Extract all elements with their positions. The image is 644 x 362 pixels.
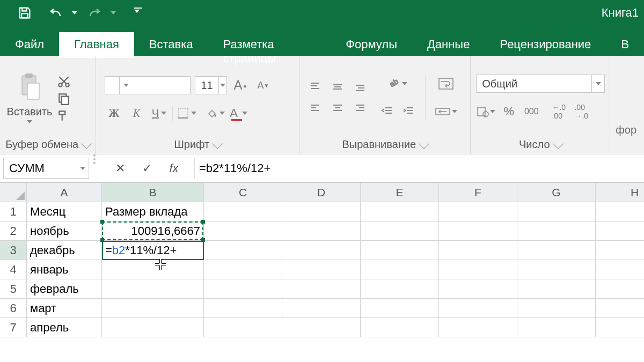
worksheet-grid[interactable]: A B C D E F G H 1 Месяц Размер вклада 2 … [0,182,644,337]
cell-H3[interactable] [596,241,644,260]
cell-A1[interactable]: Месяц [27,202,102,221]
row-header-4[interactable]: 4 [0,260,27,279]
cell-H6[interactable] [596,299,644,318]
cell-H4[interactable] [596,260,644,279]
cell-C4[interactable] [204,260,282,279]
format-painter-button[interactable] [57,109,71,123]
cell-C7[interactable] [204,318,282,337]
cell-B3[interactable]: =b2*11%/12+ [102,241,204,260]
cell-F1[interactable] [439,202,517,221]
align-bottom-button[interactable] [350,78,370,96]
cell-G6[interactable] [517,299,596,318]
save-button[interactable] [3,0,46,26]
undo-button[interactable] [46,6,85,19]
tab-file[interactable]: Файл [0,32,59,58]
orientation-button[interactable]: ab [378,75,418,93]
cell-G5[interactable] [517,279,596,299]
cell-D7[interactable] [282,318,361,337]
cell-B6[interactable] [102,299,204,318]
number-launcher-icon[interactable] [553,138,564,149]
col-header-B[interactable]: B [102,183,204,202]
cell-A6[interactable]: март [27,299,102,318]
cell-E5[interactable] [361,279,439,299]
cell-C5[interactable] [204,279,282,299]
accounting-format-button[interactable] [476,102,495,121]
cell-E3[interactable] [361,241,439,260]
row-header-1[interactable]: 1 [0,202,27,221]
cell-C1[interactable] [204,202,282,221]
cell-D5[interactable] [282,279,361,299]
font-size-combo[interactable]: 11 [195,76,227,94]
col-header-H[interactable]: H [596,183,644,202]
cell-G7[interactable] [517,318,596,337]
decrease-decimal-button[interactable]: .00→.0 [572,102,590,121]
cell-A3[interactable]: декабрь [27,241,102,260]
cell-H1[interactable] [596,202,644,221]
paste-button[interactable]: Вставить [5,72,54,123]
tab-formulas[interactable]: Формулы [331,32,412,58]
cut-button[interactable] [57,75,71,88]
formula-input[interactable]: =b2*11%/12+ [194,158,641,179]
cell-G2[interactable] [517,221,596,241]
cell-E2[interactable] [361,221,439,241]
comma-format-button[interactable]: 000 [522,102,540,121]
name-box-resize[interactable] [89,154,100,182]
align-left-button[interactable] [305,99,325,117]
alignment-launcher-icon[interactable] [419,138,429,149]
increase-decimal-button[interactable]: ←.0.00 [550,102,568,121]
decrease-indent-button[interactable] [378,102,396,121]
cell-A4[interactable]: январь [27,260,102,279]
cell-D1[interactable] [282,202,361,221]
wrap-text-button[interactable] [433,75,459,93]
cell-G1[interactable] [517,202,596,221]
cell-C3[interactable] [204,241,282,260]
font-family-combo[interactable] [105,76,191,94]
cell-E6[interactable] [361,299,439,318]
enter-formula-button[interactable]: ✓ [136,158,158,179]
col-header-E[interactable]: E [361,183,439,202]
fill-color-button[interactable] [206,104,225,122]
cell-D4[interactable] [282,260,361,279]
cell-H5[interactable] [596,279,644,299]
cell-G4[interactable] [517,260,596,279]
select-all-corner[interactable] [0,183,27,202]
align-top-button[interactable] [305,78,325,96]
tab-insert[interactable]: Вставка [134,32,208,58]
font-launcher-icon[interactable] [212,138,223,149]
cell-A5[interactable]: февраль [27,279,102,299]
row-header-3[interactable]: 3 [0,241,27,260]
decrease-font-button[interactable]: A▼ [254,76,272,94]
cell-B4[interactable] [102,260,204,279]
cell-F7[interactable] [439,318,517,337]
align-right-button[interactable] [350,99,370,117]
name-box[interactable]: СУММ [3,158,89,179]
col-header-C[interactable]: C [204,183,282,202]
cell-F4[interactable] [439,260,517,279]
clipboard-launcher-icon[interactable] [81,138,92,149]
cancel-formula-button[interactable]: ✕ [109,158,131,179]
cell-B2[interactable]: 100916,6667 [102,221,204,241]
copy-button[interactable] [57,92,71,106]
qat-customize[interactable] [123,3,152,23]
cell-B7[interactable] [102,318,204,337]
cell-A2[interactable]: ноябрь [27,221,102,241]
borders-button[interactable] [177,104,196,122]
redo-button[interactable] [85,6,123,19]
cell-F6[interactable] [439,299,517,318]
cell-H2[interactable] [596,221,644,241]
tab-view[interactable]: В [606,32,644,58]
col-header-A[interactable]: A [27,183,102,202]
cell-G3[interactable] [517,241,596,260]
col-header-F[interactable]: F [439,183,517,202]
percent-format-button[interactable]: % [500,102,518,121]
cell-C6[interactable] [204,299,282,318]
font-color-button[interactable]: A [229,104,247,122]
cell-F5[interactable] [439,279,517,299]
cell-A7[interactable]: апрель [27,318,102,337]
align-middle-button[interactable] [327,78,348,96]
cell-B5[interactable] [102,279,204,299]
cell-C2[interactable] [204,221,282,241]
row-header-6[interactable]: 6 [0,299,27,318]
row-header-2[interactable]: 2 [0,221,27,241]
number-format-combo[interactable]: Общий [476,75,605,93]
